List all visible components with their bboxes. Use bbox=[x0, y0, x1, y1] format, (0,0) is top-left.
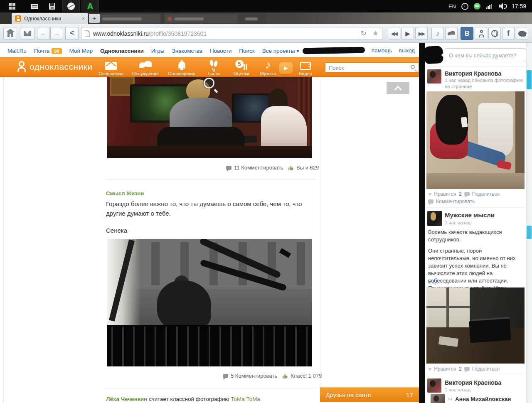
group-link[interactable]: Смысл Жизни bbox=[106, 190, 144, 197]
link-dating[interactable]: Знакомства bbox=[172, 48, 202, 54]
share-link[interactable]: Поделиться bbox=[472, 366, 500, 372]
music-button[interactable]: ♪ bbox=[431, 27, 444, 40]
download-tray-icon[interactable] bbox=[461, 3, 468, 10]
like-link[interactable]: Нравится 2 bbox=[434, 366, 461, 372]
forward-button[interactable]: → bbox=[50, 27, 63, 40]
new-tab-button[interactable]: + bbox=[89, 14, 100, 23]
avatar[interactable] bbox=[431, 394, 445, 403]
taskbar-app-save[interactable] bbox=[43, 0, 61, 12]
ok-search-box bbox=[325, 62, 419, 73]
reshared-user-link[interactable]: Анна Михайловская bbox=[455, 396, 511, 402]
mail-button[interactable] bbox=[20, 27, 34, 40]
footprints-icon bbox=[210, 60, 218, 70]
page-left-border bbox=[3, 77, 4, 403]
post-photo-balcony[interactable] bbox=[107, 239, 312, 366]
url-text[interactable]: www.odnoklassniki.ru/profile/35081972360… bbox=[93, 30, 357, 37]
friends-online-bar[interactable]: Друзья на сайте 17 bbox=[320, 387, 419, 402]
target-user-link[interactable]: ТоМа ТоМа bbox=[231, 396, 260, 402]
twitter-button[interactable] bbox=[516, 27, 528, 40]
avatar[interactable] bbox=[427, 69, 441, 84]
address-bar[interactable]: www.odnoklassniki.ru/profile/35081972360… bbox=[81, 27, 382, 40]
link-all-projects[interactable]: Все проекты ▾ bbox=[262, 47, 299, 54]
comment-link[interactable]: Комментировать bbox=[436, 199, 475, 204]
share-button[interactable]: < bbox=[65, 27, 79, 40]
background-window-tab bbox=[165, 14, 238, 23]
nav-video[interactable]: Видео bbox=[288, 59, 323, 76]
tab-close-icon[interactable]: × bbox=[81, 15, 85, 22]
logout-link[interactable]: выход bbox=[399, 47, 415, 54]
signal-icon[interactable] bbox=[486, 3, 493, 9]
vk-icon: B bbox=[465, 30, 470, 37]
volume-icon[interactable] bbox=[499, 3, 506, 10]
link-search[interactable]: Поиск bbox=[239, 48, 254, 54]
os-taskbar: A EN 17:59 bbox=[0, 0, 532, 12]
tab-odnoklassniki[interactable]: Одноклассники × bbox=[12, 13, 88, 24]
link-mailru[interactable]: Mail.Ru bbox=[7, 48, 27, 54]
feed-item-text: Восемь качеств выдающихся сотрудников. bbox=[428, 229, 517, 243]
user-link[interactable]: Лёха Чеченкин bbox=[106, 396, 147, 402]
scroll-to-top-button[interactable] bbox=[387, 82, 409, 94]
ok-person-icon bbox=[480, 30, 483, 33]
taskbar-app-amigo[interactable]: A bbox=[81, 0, 99, 12]
post2-comment-link[interactable]: 5 Комментировать bbox=[223, 373, 277, 379]
media-next-button[interactable]: ▶▶ bbox=[415, 27, 428, 40]
scrollbar-thumb[interactable] bbox=[527, 70, 532, 89]
link-games[interactable]: Игры bbox=[151, 48, 165, 54]
refresh-icon[interactable]: ↻ bbox=[361, 29, 367, 38]
chat-button[interactable] bbox=[445, 27, 458, 40]
post1-comment-link[interactable]: 11 Комментировать bbox=[226, 165, 283, 171]
nav-messages[interactable]: Сообщения bbox=[93, 59, 129, 76]
search-icon[interactable] bbox=[411, 65, 415, 69]
nav-notifications[interactable]: Оповещения bbox=[164, 59, 200, 76]
music-note-icon: ♪ bbox=[436, 29, 440, 38]
avatar[interactable] bbox=[427, 378, 441, 393]
language-indicator[interactable]: EN bbox=[448, 3, 456, 10]
ok-favicon-icon bbox=[15, 15, 21, 22]
mailru-header: Mail.Ru Почта90 Мой Мир Одноклассники Иг… bbox=[0, 44, 419, 57]
browser-icon bbox=[67, 2, 75, 10]
taskbar-app-window[interactable] bbox=[26, 0, 43, 12]
sidebar-scrollbar[interactable] bbox=[526, 43, 532, 403]
windows-icon bbox=[9, 3, 15, 10]
taskbar-app-browser[interactable] bbox=[62, 0, 80, 12]
vk-button[interactable]: B bbox=[461, 27, 473, 40]
facebook-icon: f bbox=[507, 29, 510, 38]
help-link[interactable]: помощь bbox=[372, 47, 392, 54]
my-world-button[interactable] bbox=[488, 27, 501, 40]
media-play-button[interactable]: ▶ bbox=[401, 27, 414, 40]
ok-button[interactable] bbox=[475, 27, 487, 40]
share-link[interactable]: Поделиться bbox=[472, 191, 500, 197]
post2-like-counter[interactable]: Класс! 1 079 bbox=[282, 373, 322, 379]
feed-user-name[interactable]: Мужские мысли bbox=[445, 211, 495, 219]
nav-discussions[interactable]: Обсуждения bbox=[128, 59, 163, 76]
post1-like-counter[interactable]: Вы и 629 bbox=[288, 165, 319, 171]
sidebar-photo-selfie[interactable] bbox=[426, 91, 525, 189]
link-mail[interactable]: Почта90 bbox=[34, 48, 62, 54]
like-link[interactable]: Нравится 2 bbox=[434, 191, 461, 197]
sidebar-photo-office[interactable] bbox=[426, 288, 525, 364]
ok-search-input[interactable] bbox=[329, 64, 406, 71]
clock[interactable]: 17:59 bbox=[512, 3, 526, 10]
more-link[interactable]: Ещё bbox=[428, 279, 438, 285]
bookmark-star-icon[interactable]: ★ bbox=[372, 29, 379, 38]
ok-logo[interactable]: одноклассники bbox=[17, 61, 93, 73]
start-button[interactable] bbox=[3, 0, 21, 12]
sidebar-actions-row: ♥ Нравится 2 Поделиться bbox=[428, 366, 500, 372]
sidebar-divider bbox=[425, 66, 526, 67]
sidebar-actions-row: Комментировать bbox=[428, 199, 475, 204]
feed-user-name[interactable]: Виктория Краснова bbox=[445, 379, 501, 386]
network-tray-icon[interactable] bbox=[474, 3, 480, 10]
avatar[interactable] bbox=[427, 211, 442, 226]
media-prev-button[interactable]: ◀◀ bbox=[388, 27, 400, 40]
feed-user-name[interactable]: Виктория Краснова bbox=[445, 70, 501, 77]
link-my-world[interactable]: Мой Мир bbox=[69, 48, 93, 54]
facebook-button[interactable]: f bbox=[502, 27, 515, 40]
sidebar-actions-row: ♥ Нравится 2 Поделиться bbox=[428, 191, 500, 197]
status-input[interactable] bbox=[449, 51, 523, 59]
friends-count: 17 bbox=[406, 391, 413, 398]
heart-icon: ♥ bbox=[428, 192, 431, 197]
link-odnoklassniki[interactable]: Одноклассники bbox=[100, 48, 144, 54]
link-news[interactable]: Новости bbox=[210, 48, 232, 54]
back-button[interactable]: ← bbox=[37, 27, 50, 40]
home-button[interactable] bbox=[3, 27, 17, 40]
